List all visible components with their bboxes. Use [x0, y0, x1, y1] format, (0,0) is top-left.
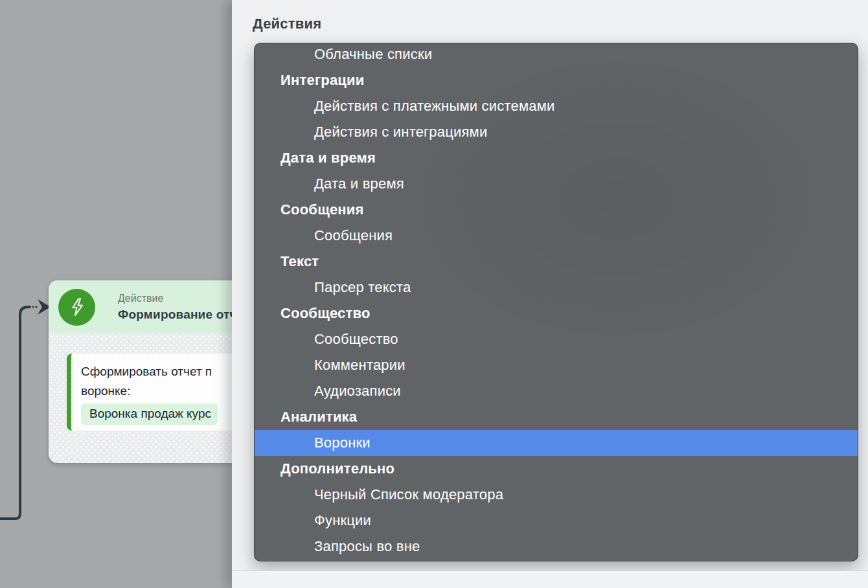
- dropdown-options-list: Облачные спискиИнтеграцииДействия с плат…: [255, 43, 858, 560]
- node-type-label: Действие: [118, 293, 237, 304]
- dropdown-option[interactable]: Действия с интеграциями: [255, 119, 858, 145]
- dropdown-option[interactable]: Сообщество: [255, 326, 858, 352]
- workflow-editor: Действие Формирование отч Сформировать о…: [0, 0, 868, 588]
- action-node-body: Сформировать отчет п воронке: Воронка пр…: [49, 334, 262, 463]
- settings-panel: Действия Облачные спискиИнтеграцииДейств…: [232, 0, 868, 588]
- dropdown-option[interactable]: Запросы во вне: [255, 534, 858, 560]
- node-title: Формирование отч: [118, 308, 237, 322]
- dropdown-option[interactable]: Функции: [255, 508, 858, 534]
- actions-select-dropdown[interactable]: Облачные спискиИнтеграцииДействия с плат…: [254, 43, 858, 561]
- dropdown-option[interactable]: Парсер текста: [255, 275, 858, 300]
- dropdown-option[interactable]: Дата и время: [255, 171, 858, 197]
- dropdown-group-label: Сообщество: [255, 300, 858, 326]
- action-node-card[interactable]: Действие Формирование отч Сформировать о…: [49, 280, 262, 463]
- dropdown-option[interactable]: Сообщения: [255, 223, 858, 249]
- dropdown-group-label: Текст: [255, 249, 858, 275]
- dropdown-option[interactable]: Аудиозаписи: [255, 378, 858, 404]
- funnel-chip: Воронка продаж курс: [81, 403, 218, 425]
- dropdown-group-label: Дата и время: [255, 145, 858, 171]
- dropdown-option[interactable]: Черный Список модератора: [255, 482, 858, 508]
- action-node-header: Действие Формирование отч: [49, 280, 262, 334]
- lightning-icon: [58, 289, 95, 326]
- dropdown-group-label: Сообщения: [255, 197, 858, 223]
- dropdown-option[interactable]: Действия с платежными системами: [255, 93, 858, 119]
- actions-field-label: Действия: [253, 16, 321, 32]
- dropdown-option-selected[interactable]: Воронки: [255, 430, 858, 456]
- dropdown-group-label: Аналитика: [255, 404, 858, 430]
- panel-footer-divider: [232, 571, 868, 588]
- dropdown-option[interactable]: Комментарии: [255, 352, 858, 378]
- dropdown-option[interactable]: Облачные списки: [255, 43, 858, 67]
- dropdown-group-label: Дополнительно: [255, 456, 858, 482]
- dropdown-group-label: Интеграции: [255, 67, 858, 93]
